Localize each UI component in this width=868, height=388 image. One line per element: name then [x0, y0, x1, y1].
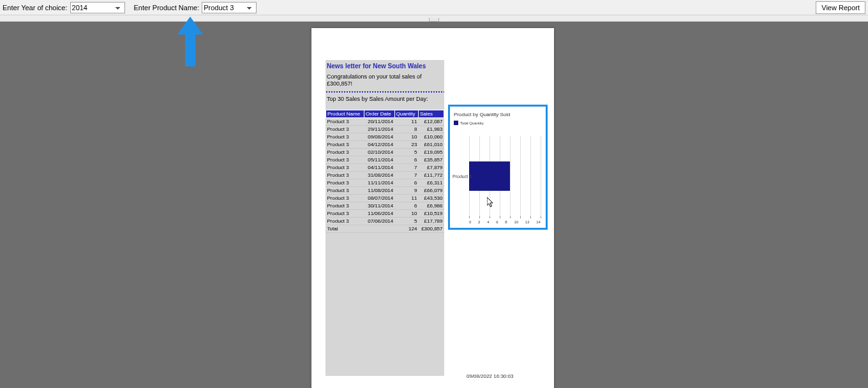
view-report-button[interactable]: View Report	[816, 1, 865, 14]
table-row: Product 302/10/20145£19,095	[326, 148, 444, 156]
cell-sales: £43,530	[418, 194, 444, 202]
cell-qty: 5	[394, 217, 418, 225]
cell-total-qty: 124	[394, 225, 418, 232]
cell-sales: £7,879	[418, 163, 444, 171]
cell-qty: 6	[394, 202, 418, 209]
cell-date: 31/08/2014	[364, 171, 395, 179]
product-select[interactable]: Product 3	[202, 2, 257, 13]
cell-product: Product 3	[326, 202, 364, 209]
th-product: Product Name	[326, 110, 364, 117]
parameter-bar: Enter Year of choice: 2014 Enter Product…	[0, 0, 868, 15]
cell-qty: 10	[394, 209, 418, 217]
table-row: Product 304/12/201423£61,010	[326, 140, 444, 148]
table-row: Product 311/08/20149£66,079	[326, 186, 444, 194]
table-row: Product 305/11/20146£35,857	[326, 156, 444, 163]
x-tick-label: 10	[514, 220, 518, 224]
table-row: Product 309/08/201410£10,060	[326, 133, 444, 140]
cell-sales: £10,060	[418, 133, 444, 140]
product-label: Enter Product Name:	[134, 4, 200, 11]
cell-sales: £6,986	[418, 202, 444, 209]
report-congrats: Congratulations on your total sales of £…	[326, 73, 444, 91]
cell-product: Product 3	[326, 217, 364, 225]
cell-date: 04/12/2014	[364, 140, 395, 148]
x-tick-label: 8	[505, 220, 507, 224]
cell-product: Product 3	[326, 163, 364, 171]
x-tick-label: 2	[478, 220, 480, 224]
th-qty: Quantity	[394, 110, 418, 117]
cell-date: 07/06/2014	[364, 217, 395, 225]
cell-product: Product 3	[326, 117, 364, 125]
cell-total-label: Total	[326, 225, 364, 232]
year-label: Enter Year of choice:	[3, 4, 68, 11]
x-tick-label: 6	[496, 220, 498, 224]
cell-sales: £17,789	[418, 217, 444, 225]
cell-sales: £35,857	[418, 156, 444, 163]
chart-container: Product by Quantity Sold Total Quantity …	[448, 105, 548, 230]
cell-qty: 7	[394, 163, 418, 171]
cell-qty: 23	[394, 140, 418, 148]
legend-text: Total Quantity	[460, 121, 484, 125]
report-subtitle: Top 30 Sales by Sales Amount per Day:	[326, 94, 444, 103]
cell-date: 08/07/2014	[364, 194, 395, 202]
report-timestamp: 09/08/2022 16:30:03	[467, 373, 513, 379]
cell-date: 11/11/2014	[364, 179, 395, 186]
cell-sales: £11,772	[418, 171, 444, 179]
cell-date: 30/11/2014	[364, 202, 395, 209]
chart-bar	[469, 161, 510, 190]
cell-date: 11/08/2014	[364, 186, 395, 194]
cell-sales: £61,010	[418, 140, 444, 148]
table-row: Product 307/06/20145£17,789	[326, 217, 444, 225]
cell-qty: 6	[394, 179, 418, 186]
cell-qty: 5	[394, 148, 418, 156]
cell-date: 09/08/2014	[364, 133, 395, 140]
cell-date: 05/11/2014	[364, 156, 395, 163]
table-row: Product 311/11/20146£6,311	[326, 179, 444, 186]
cell-qty: 10	[394, 133, 418, 140]
cell-date: 04/11/2014	[364, 163, 395, 171]
cell-total-sales: £300,857	[418, 225, 444, 232]
table-row: Product 311/06/201410£10,519	[326, 209, 444, 217]
cell-product: Product 3	[326, 148, 364, 156]
cell-product: Product 3	[326, 194, 364, 202]
table-row: Product 330/11/20146£6,986	[326, 202, 444, 209]
cell-product: Product 3	[326, 156, 364, 163]
cell-qty: 8	[394, 125, 418, 133]
cell-date: 20/11/2014	[364, 117, 395, 125]
cell-date: 29/11/2014	[364, 125, 395, 133]
sales-table: Product Name Order Date Quantity Sales P…	[326, 110, 444, 233]
table-total-row: Total124£300,857	[326, 225, 444, 232]
cell-sales: £6,311	[418, 179, 444, 186]
cell-product: Product 3	[326, 140, 364, 148]
legend-swatch	[454, 121, 458, 125]
divider-dots	[326, 91, 444, 93]
th-date: Order Date	[364, 110, 395, 117]
x-tick-label: 14	[536, 220, 541, 224]
cell-sales: £10,519	[418, 209, 444, 217]
cell-product: Product 3	[326, 186, 364, 194]
table-row: Product 308/07/201411£43,530	[326, 194, 444, 202]
cell-qty: 9	[394, 186, 418, 194]
report-canvas: News letter for New South Wales Congratu…	[0, 22, 868, 388]
table-header-row: Product Name Order Date Quantity Sales	[326, 110, 444, 117]
report-title: News letter for New South Wales	[326, 60, 444, 73]
cell-qty: 6	[394, 156, 418, 163]
cell-qty: 11	[394, 117, 418, 125]
cell-sales: £66,079	[418, 186, 444, 194]
table-row: Product 329/11/20148£1,983	[326, 125, 444, 133]
chart-plot-area: 02468101214Product 3	[469, 136, 541, 216]
year-select[interactable]: 2014	[70, 2, 125, 13]
cell-sales: £1,983	[418, 125, 444, 133]
cell-product: Product 3	[326, 209, 364, 217]
cell-product: Product 3	[326, 179, 364, 186]
report-page: News letter for New South Wales Congratu…	[311, 28, 554, 388]
cell-qty: 7	[394, 171, 418, 179]
x-tick-label: 12	[525, 220, 530, 224]
x-tick-label: 0	[469, 220, 471, 224]
cell-sales: £12,087	[418, 117, 444, 125]
x-tick-label: 4	[487, 220, 489, 224]
cell-qty: 11	[394, 194, 418, 202]
cell-sales: £19,095	[418, 148, 444, 156]
chart-title: Product by Quantity Sold	[450, 107, 546, 119]
table-row: Product 320/11/201411£12,087	[326, 117, 444, 125]
report-body: News letter for New South Wales Congratu…	[326, 60, 444, 376]
